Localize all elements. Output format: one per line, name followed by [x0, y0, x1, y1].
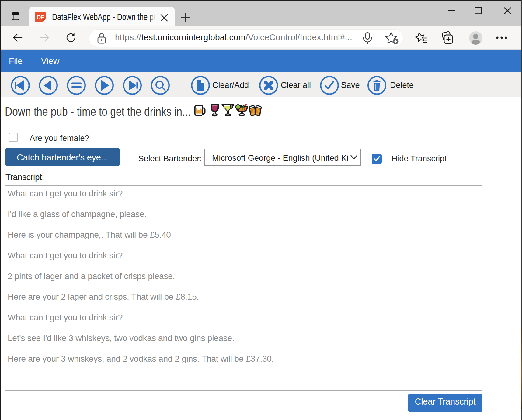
- svg-text:DF: DF: [37, 14, 44, 21]
